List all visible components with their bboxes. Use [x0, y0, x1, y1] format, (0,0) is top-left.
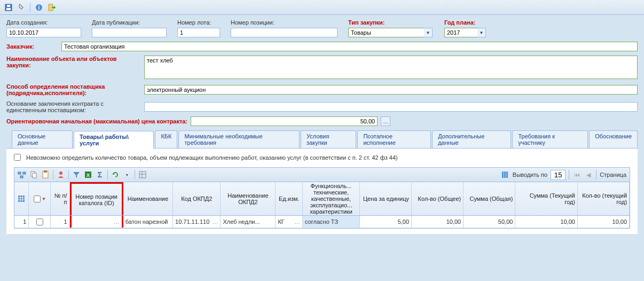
quantity-unknown-label: Невозможно определить количество товара,…	[26, 154, 398, 161]
plan-year-input[interactable]	[444, 28, 477, 37]
exit-icon[interactable]	[48, 3, 56, 12]
first-page-icon[interactable]: ⏮	[572, 170, 581, 179]
row-checkbox[interactable]	[36, 218, 43, 225]
col-chars[interactable]: Функциональ... технические, качественные…	[303, 182, 360, 215]
columns-icon[interactable]	[501, 170, 509, 179]
svg-rect-12	[44, 170, 47, 173]
separator	[107, 170, 108, 179]
label-object-name: Наименование объекта или объектов закупк…	[6, 56, 140, 68]
tab-kbk[interactable]: КБК	[155, 130, 177, 148]
col-num[interactable]: № п/п	[51, 182, 69, 215]
svg-rect-20	[502, 171, 504, 178]
col-catalog-id[interactable]: Номер позиции каталога (ID)	[70, 182, 123, 215]
ellipsis-button[interactable]: …	[381, 116, 390, 126]
col-grid-icon[interactable]	[14, 182, 29, 215]
object-name-input[interactable]: тест хлеб	[144, 56, 638, 79]
position-number-input[interactable]	[231, 28, 337, 37]
prev-page-icon[interactable]: ◀	[584, 170, 593, 179]
tab-participant[interactable]: Требования к участнику	[512, 130, 588, 148]
grid-toolbar: X Σ ▼ Выводить по ⏮ ◀ Страница	[14, 167, 630, 182]
copy-icon[interactable]	[29, 170, 38, 179]
cell-okpd2[interactable]: 10.71.11.110…	[173, 216, 221, 228]
per-page-input[interactable]	[551, 170, 566, 180]
page-label: Страница	[600, 171, 626, 178]
chevron-down-icon[interactable]: ▼	[424, 28, 433, 37]
tab-conditions[interactable]: Условия закупки	[301, 130, 356, 148]
svg-rect-1	[6, 8, 11, 10]
table-row[interactable]: 1 1 … батон нарезной 10.71.11.110… Хлеб …	[14, 216, 630, 228]
col-okpd2[interactable]: Код ОКПД2	[173, 182, 221, 215]
label-plan-year: Год плана:	[444, 19, 487, 26]
info-icon[interactable]: i	[35, 3, 43, 12]
svg-rect-6	[18, 172, 21, 174]
label-purchase-type: Тип закупки:	[348, 19, 434, 26]
tab-goods[interactable]: Товары\ работы\ услуги	[74, 131, 154, 149]
tree-icon[interactable]	[18, 170, 26, 179]
col-name[interactable]: Наименование	[123, 182, 173, 215]
separator	[53, 170, 53, 179]
label-position-number: Номер позиции:	[231, 19, 337, 26]
date-published-input[interactable]	[92, 28, 167, 37]
layout-icon[interactable]	[138, 170, 147, 179]
tab-justification[interactable]: Обоснование	[589, 130, 638, 148]
grid-header: ▼ № п/п Номер позиции каталога (ID) Наим…	[14, 182, 630, 216]
cell-checkbox[interactable]	[29, 216, 51, 228]
supplier-method-input[interactable]	[144, 85, 638, 95]
label-supplier-method: Способ определения поставщика (подрядчик…	[6, 83, 140, 96]
customer-input[interactable]	[61, 42, 638, 51]
separator	[68, 170, 69, 179]
col-qty-year[interactable]: Кол-во (текущий год)	[578, 182, 630, 215]
select-all-checkbox[interactable]	[34, 196, 41, 202]
label-customer: Заказчик:	[6, 43, 57, 50]
cell-chars[interactable]: согласно ТЗ	[303, 216, 360, 228]
lot-number-input[interactable]	[177, 28, 220, 37]
col-unit[interactable]: Ед.изм.	[276, 182, 303, 215]
svg-rect-8	[20, 176, 23, 178]
cell-rownum: 1	[14, 216, 29, 228]
col-qty[interactable]: Кол-во (Общее)	[412, 182, 464, 215]
svg-rect-7	[23, 172, 26, 174]
col-okpd2-name[interactable]: Наименование ОКПД2	[221, 182, 276, 215]
tab-basic[interactable]: Основные данные	[12, 130, 73, 148]
tab-extra[interactable]: Дополнительные данные	[432, 130, 511, 148]
col-checkbox[interactable]: ▼	[29, 182, 51, 215]
cell-catalog-id[interactable]: …	[70, 216, 123, 228]
chevron-down-icon[interactable]: ▼	[123, 170, 131, 179]
svg-rect-22	[506, 171, 508, 178]
chevron-down-icon[interactable]: ▼	[477, 28, 486, 37]
single-supplier-input[interactable]	[144, 102, 638, 112]
quantity-unknown-checkbox[interactable]	[14, 154, 21, 161]
svg-rect-10	[33, 173, 36, 178]
cell-sum-year: 10,00	[515, 216, 578, 228]
svg-rect-21	[504, 171, 506, 178]
label-lot-number: Номер лота:	[177, 19, 220, 26]
price-input[interactable]	[191, 116, 378, 126]
date-created-input[interactable]	[6, 28, 81, 37]
person-icon[interactable]	[57, 170, 65, 179]
tab-min-req[interactable]: Минимальные необходимые требования	[178, 130, 300, 148]
cell-qty-year: 10,00	[578, 216, 630, 228]
purchase-type-input[interactable]	[348, 28, 424, 37]
cell-qty: 10,00	[412, 216, 464, 228]
col-sum[interactable]: Сумма (Общая)	[464, 182, 515, 215]
form-area: Дата создания: Дата публикации: Номер ло…	[0, 15, 644, 238]
refresh-icon[interactable]	[111, 170, 120, 179]
paste-icon[interactable]	[41, 170, 50, 179]
cell-num: 1	[51, 216, 69, 228]
col-sum-year[interactable]: Сумма (Текущий год)	[515, 182, 578, 215]
svg-text:i: i	[38, 5, 40, 11]
sum-icon[interactable]: Σ	[96, 170, 104, 179]
save-icon[interactable]	[4, 3, 13, 12]
svg-point-13	[59, 171, 62, 175]
cell-sum: 50,00	[464, 216, 515, 228]
svg-rect-23	[18, 196, 25, 202]
attachment-icon[interactable]	[17, 3, 26, 12]
tab-stages[interactable]: Поэтапное исполнение	[357, 130, 431, 148]
svg-rect-17	[139, 171, 146, 178]
cell-unit[interactable]: КГ…	[276, 216, 303, 228]
excel-icon[interactable]: X	[84, 170, 92, 179]
filter-icon[interactable]	[72, 170, 81, 179]
label-date-published: Дата публикации:	[92, 19, 167, 26]
col-price[interactable]: Цена за единицу	[360, 182, 412, 215]
top-toolbar: i	[0, 0, 644, 15]
